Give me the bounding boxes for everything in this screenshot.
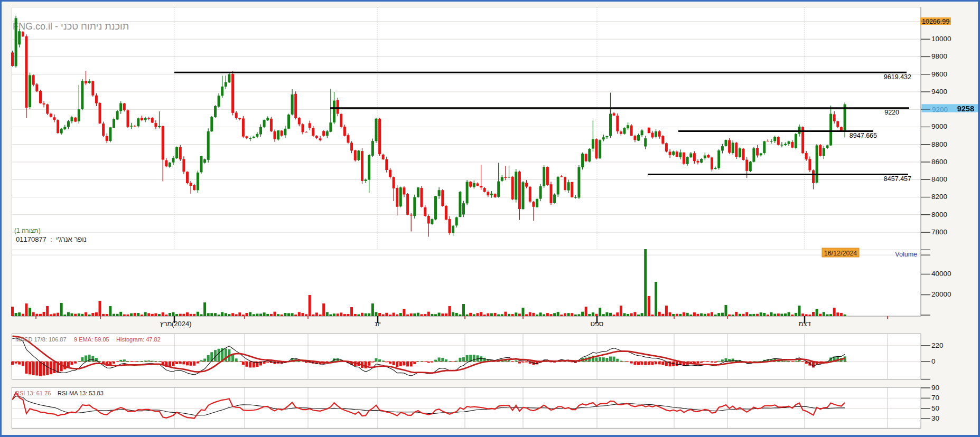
svg-text:RSI-MA 13: 53.83: RSI-MA 13: 53.83	[58, 390, 104, 396]
svg-text:9400: 9400	[931, 88, 947, 96]
svg-text:30: 30	[931, 414, 939, 422]
svg-text:90: 90	[931, 384, 939, 392]
svg-text:(2024): (2024)	[172, 320, 192, 328]
svg-text:דצמ: דצמ	[798, 320, 810, 328]
svg-text:9000: 9000	[931, 122, 947, 130]
svg-text:8600: 8600	[931, 158, 947, 166]
svg-text:8800: 8800	[931, 140, 947, 148]
svg-text:40000: 40000	[931, 270, 951, 278]
svg-text:220: 220	[931, 341, 944, 349]
svg-text:9200: 9200	[932, 106, 948, 113]
svg-text:7800: 7800	[931, 228, 947, 236]
svg-text:8000: 8000	[931, 211, 947, 218]
svg-text:8400: 8400	[931, 175, 947, 183]
svg-text:ספט: ספט	[591, 320, 604, 328]
svg-text:9258: 9258	[957, 104, 974, 113]
svg-text:50: 50	[931, 404, 939, 412]
svg-text:8947.665: 8947.665	[850, 132, 877, 139]
svg-text:8457.457: 8457.457	[884, 175, 911, 183]
svg-text:9800: 9800	[931, 52, 947, 60]
svg-text:16/12/2024: 16/12/2024	[824, 250, 857, 257]
svg-text:Volume: Volume	[895, 251, 917, 258]
svg-text:יונ: יונ	[375, 320, 381, 328]
svg-text:מרץ: מרץ	[160, 320, 172, 328]
svg-text:70: 70	[931, 394, 939, 402]
svg-text:0: 0	[931, 357, 936, 365]
svg-text:FNG.co.il - תוכנת ניתוח טכני: FNG.co.il - תוכנת ניתוח טכני	[13, 21, 129, 32]
svg-text:8200: 8200	[931, 193, 947, 201]
svg-text:9220: 9220	[884, 109, 899, 116]
svg-text:9619.432: 9619.432	[884, 73, 911, 81]
svg-text:9600: 9600	[931, 70, 947, 78]
svg-text:9 EMA: 59.05: 9 EMA: 59.05	[74, 336, 109, 343]
svg-text:RSI 13: 61.76: RSI 13: 61.76	[15, 390, 51, 396]
svg-text:10000: 10000	[931, 35, 951, 43]
svg-text:MACD 17/8: 106.87: MACD 17/8: 106.87	[15, 336, 67, 343]
svg-text:20000: 20000	[931, 290, 951, 298]
svg-text:Histogram: 47.82: Histogram: 47.82	[116, 336, 161, 343]
